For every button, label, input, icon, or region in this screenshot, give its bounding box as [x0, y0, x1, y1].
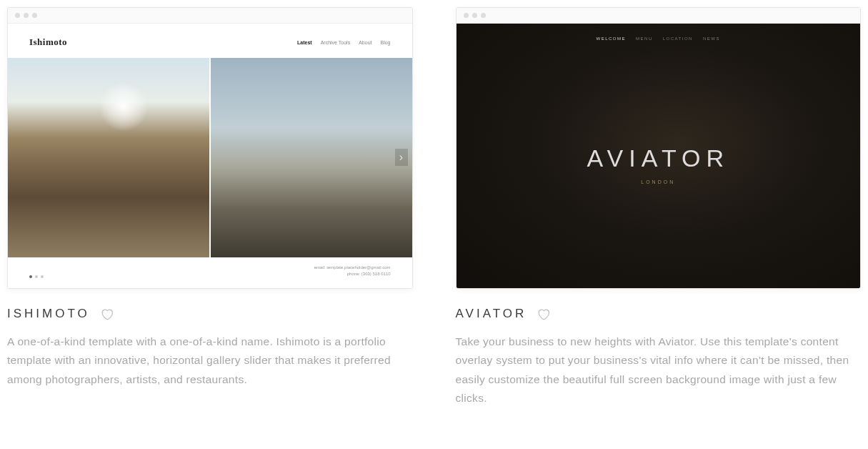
browser-chrome — [8, 8, 412, 24]
preview-nav-item: Archive Tools — [321, 40, 351, 45]
template-meta: AVIATOR — [456, 307, 862, 321]
contact-email: email: template.placeholder@gmail.com — [314, 265, 391, 272]
gallery-image — [211, 58, 412, 257]
template-description: Take your business to new heights with A… — [456, 332, 862, 408]
contact-phone: phone: (303) 518 0110 — [314, 271, 391, 278]
template-meta: ISHIMOTO — [7, 307, 413, 321]
template-title: ISHIMOTO — [7, 307, 90, 321]
next-arrow-icon: › — [395, 149, 408, 166]
chrome-dot-icon — [481, 13, 486, 18]
sun-glare-icon — [99, 82, 149, 132]
template-preview-frame[interactable]: Ishimoto Latest Archive Tools About Blog… — [7, 7, 413, 289]
template-preview-frame[interactable]: WELCOME MENU LOCATION NEWS AVIATOR LONDO… — [456, 7, 862, 289]
chrome-dot-icon — [32, 13, 37, 18]
preview-nav-item: Blog — [380, 40, 390, 45]
preview-nav: WELCOME MENU LOCATION NEWS — [597, 24, 720, 41]
preview-nav: Latest Archive Tools About Blog — [297, 40, 390, 45]
ishimoto-preview: Ishimoto Latest Archive Tools About Blog… — [8, 24, 412, 288]
dot-icon — [29, 275, 32, 278]
gallery-image — [8, 58, 209, 257]
favorite-heart-icon[interactable] — [537, 307, 550, 321]
chrome-dot-icon — [472, 13, 477, 18]
preview-subtitle: LONDON — [641, 179, 675, 184]
preview-brand: Ishimoto — [29, 36, 67, 48]
aviator-preview: WELCOME MENU LOCATION NEWS AVIATOR LONDO… — [457, 24, 861, 288]
preview-header: Ishimoto Latest Archive Tools About Blog — [8, 24, 412, 58]
preview-hero: AVIATOR LONDON — [587, 41, 729, 288]
chrome-dot-icon — [15, 13, 20, 18]
template-card-ishimoto: Ishimoto Latest Archive Tools About Blog… — [7, 7, 413, 408]
preview-contact: email: template.placeholder@gmail.com ph… — [314, 265, 391, 278]
preview-footer: email: template.placeholder@gmail.com ph… — [8, 257, 412, 288]
dot-icon — [41, 275, 44, 278]
template-card-aviator: WELCOME MENU LOCATION NEWS AVIATOR LONDO… — [456, 7, 862, 408]
template-description: A one-of-a-kind template with a one-of-a… — [7, 332, 413, 389]
chrome-dot-icon — [24, 13, 29, 18]
gallery-slider: › — [8, 58, 412, 257]
favorite-heart-icon[interactable] — [100, 307, 114, 321]
chrome-dot-icon — [464, 13, 469, 18]
dot-icon — [35, 275, 38, 278]
templates-grid: Ishimoto Latest Archive Tools About Blog… — [7, 7, 861, 408]
preview-brand: AVIATOR — [587, 144, 729, 172]
pagination-dots — [29, 275, 44, 278]
browser-chrome — [457, 8, 861, 24]
preview-nav-item: Latest — [297, 40, 312, 45]
template-title: AVIATOR — [456, 307, 527, 321]
preview-nav-item: About — [359, 40, 371, 45]
